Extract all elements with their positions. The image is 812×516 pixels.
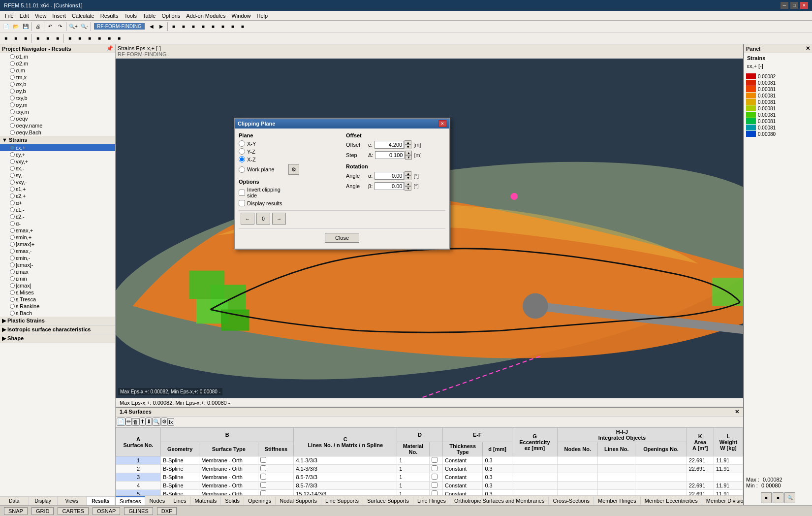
tb2-btn5[interactable]: ■ bbox=[43, 33, 53, 43]
tree-item-sigmam[interactable]: σ,m bbox=[0, 67, 115, 74]
tree-item-sigma2m[interactable]: σ2,m bbox=[0, 60, 115, 67]
thickness-chk[interactable] bbox=[432, 457, 437, 463]
step-input[interactable] bbox=[375, 151, 405, 159]
bt-btn2[interactable]: ✏ bbox=[125, 418, 132, 426]
close-btn[interactable]: ✕ bbox=[800, 2, 808, 9]
tb-btn5[interactable]: ■ bbox=[208, 22, 218, 32]
tab-solids[interactable]: Solids bbox=[221, 497, 244, 505]
tree-item-sigmaeqv[interactable]: σeqv bbox=[0, 115, 115, 122]
tab-orthotropic[interactable]: Orthotropic Surfaces and Membranes bbox=[450, 497, 549, 505]
tb2-btn10[interactable]: ■ bbox=[94, 33, 104, 43]
tab-lines[interactable]: Lines bbox=[169, 497, 190, 505]
tree-item-gammaxy-plus[interactable]: γxy,+ bbox=[0, 158, 115, 165]
tree-item-sigmaeqv2[interactable]: σeqv.name bbox=[0, 122, 115, 129]
window-controls[interactable]: ─ □ ✕ bbox=[781, 2, 808, 9]
tree-item-eps1-minus[interactable]: ε1,- bbox=[0, 206, 115, 213]
tb2-btn4[interactable]: ■ bbox=[33, 33, 43, 43]
stiffness-check[interactable] bbox=[260, 482, 266, 488]
tree-item-sigma1m[interactable]: σ1,m bbox=[0, 53, 115, 60]
plane-workplane-radio[interactable] bbox=[239, 166, 245, 173]
tree-item-epsbach[interactable]: ε,Bach bbox=[0, 310, 115, 317]
offset-input[interactable] bbox=[375, 141, 404, 149]
alpha-input[interactable] bbox=[375, 172, 404, 180]
shape-section[interactable]: ▶ Shape bbox=[0, 334, 115, 343]
panel-tb-btn2[interactable]: ■ bbox=[773, 492, 783, 503]
tree-item-epsrankine[interactable]: ε,Rankine bbox=[0, 303, 115, 310]
tree-item-alpha-plus[interactable]: α+ bbox=[0, 199, 115, 206]
tree-item-taumx[interactable]: τm,x bbox=[0, 74, 115, 81]
tab-display[interactable]: Display bbox=[29, 497, 58, 505]
table-row[interactable]: 1 B-Spline Membrane - Orth 4.1-3/3/3 1 C… bbox=[116, 456, 743, 465]
bt-btn1[interactable]: 📄 bbox=[117, 418, 125, 426]
tree-item-gammaxy-minus[interactable]: γxy,- bbox=[0, 179, 115, 186]
bt-btn4[interactable]: ⬆ bbox=[139, 418, 146, 426]
tree-item-eps1-plus[interactable]: ε1,+ bbox=[0, 186, 115, 193]
maximize-btn[interactable]: □ bbox=[790, 2, 798, 9]
panel-close-icon[interactable]: ✕ bbox=[806, 45, 810, 52]
strains-section[interactable]: ▼ Strains bbox=[0, 136, 115, 144]
tb-btn4[interactable]: ■ bbox=[198, 22, 208, 32]
menu-edit[interactable]: Edit bbox=[17, 12, 32, 20]
plastic-strains-section[interactable]: ▶ Plastic Strains bbox=[0, 317, 115, 325]
table-row[interactable]: 5 B-Spline Membrane - Orth 15.12-14/3/3 … bbox=[116, 490, 743, 496]
beta-input[interactable] bbox=[375, 182, 404, 190]
menu-addons[interactable]: Add-on Modules bbox=[183, 12, 228, 20]
tab-surfaces[interactable]: Surfaces bbox=[116, 496, 145, 505]
tree-item-epsmax-bracket[interactable]: [εmax] bbox=[0, 282, 115, 289]
tab-data[interactable]: Data bbox=[0, 497, 29, 505]
close-button[interactable]: Close bbox=[325, 233, 359, 243]
bt-btn7[interactable]: ⚙ bbox=[161, 418, 168, 426]
thickness-chk[interactable] bbox=[432, 490, 437, 495]
menu-options[interactable]: Options bbox=[158, 12, 183, 20]
workplane-settings-btn[interactable]: ⚙ bbox=[288, 164, 299, 175]
undo-btn[interactable]: ↶ bbox=[45, 22, 55, 32]
step-up-btn[interactable]: ▲ bbox=[405, 151, 412, 155]
panel-tb-btn1[interactable]: ■ bbox=[761, 492, 772, 503]
glines-btn[interactable]: GLINES bbox=[124, 507, 153, 515]
dialog-tb-btn1[interactable]: ← bbox=[241, 213, 254, 225]
tree-item-epsmax-plus[interactable]: εmax,+ bbox=[0, 227, 115, 234]
tree-item-sigmaym[interactable]: σy,m bbox=[0, 101, 115, 108]
tree-item-epsy-plus[interactable]: εy,+ bbox=[0, 151, 115, 158]
tab-member-ecc[interactable]: Member Eccentricities bbox=[641, 497, 702, 505]
bt-btn6[interactable]: 🔍 bbox=[152, 418, 161, 426]
table-row[interactable]: 4 B-Spline Membrane - Orth 8.5-7/3/3 1 C… bbox=[116, 482, 743, 490]
display-results-checkbox[interactable] bbox=[239, 200, 245, 206]
dialog-titlebar[interactable]: Clipping Plane ✕ bbox=[235, 119, 449, 129]
nav-right-btn[interactable]: ▶ bbox=[156, 22, 166, 32]
tree-item-tauxyb[interactable]: τxy,b bbox=[0, 95, 115, 101]
beta-up-btn[interactable]: ▲ bbox=[405, 182, 411, 186]
tb2-btn1[interactable]: ■ bbox=[1, 33, 11, 43]
menu-table[interactable]: Table bbox=[140, 12, 158, 20]
beta-down-btn[interactable]: ▼ bbox=[405, 186, 411, 191]
snap-btn[interactable]: SNAP bbox=[4, 507, 28, 515]
zoom-in-btn[interactable]: 🔍+ bbox=[67, 22, 79, 32]
cartes-btn[interactable]: CARTES bbox=[58, 507, 88, 515]
tree-item-epsmax[interactable]: εmax bbox=[0, 268, 115, 275]
menu-help[interactable]: Help bbox=[254, 12, 271, 20]
menu-file[interactable]: File bbox=[2, 12, 17, 20]
plane-xz-radio[interactable] bbox=[239, 156, 245, 162]
offset-down-btn[interactable]: ▼ bbox=[405, 145, 411, 149]
tree-item-epsmin[interactable]: εmin bbox=[0, 275, 115, 282]
redo-btn[interactable]: ↷ bbox=[55, 22, 65, 32]
tree-item-epsmax-minus[interactable]: εmax,- bbox=[0, 248, 115, 255]
tab-line-hinges[interactable]: Line Hinges bbox=[413, 497, 450, 505]
stiffness-check[interactable] bbox=[260, 465, 266, 471]
osnap-btn[interactable]: OSNAP bbox=[93, 507, 121, 515]
minimize-btn[interactable]: ─ bbox=[781, 2, 788, 9]
tb-btn3[interactable]: ■ bbox=[188, 22, 198, 32]
tree-item-sigmayb[interactable]: σy,b bbox=[0, 88, 115, 95]
tree-item-eps2-plus[interactable]: ε2,+ bbox=[0, 193, 115, 199]
tab-views[interactable]: Views bbox=[58, 497, 87, 505]
thickness-chk[interactable] bbox=[432, 465, 437, 471]
panel-tb-btn3[interactable]: 🔍 bbox=[784, 492, 795, 503]
table-container[interactable]: ASurface No. B CLines No. / n Matrix / n… bbox=[116, 427, 743, 495]
tab-cross-sections[interactable]: Cross-Sections bbox=[549, 497, 594, 505]
dialog-tb-btn2[interactable]: 0 bbox=[256, 213, 270, 225]
bt-btn3[interactable]: 🗑 bbox=[132, 418, 139, 426]
menu-tools[interactable]: Tools bbox=[121, 12, 140, 20]
tb2-btn9[interactable]: ■ bbox=[85, 33, 94, 43]
tab-materials[interactable]: Materials bbox=[191, 497, 221, 505]
offset-up-btn[interactable]: ▲ bbox=[405, 140, 411, 145]
